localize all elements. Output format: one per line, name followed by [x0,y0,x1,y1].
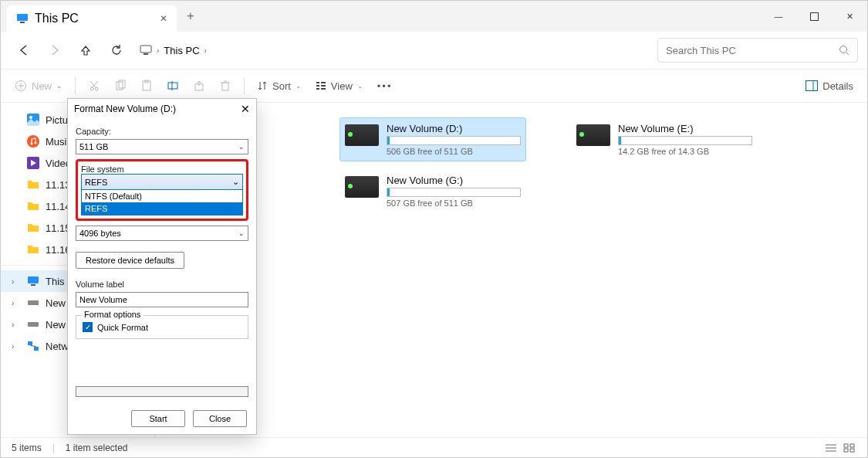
titlebar: This PC ✕ + — ✕ [1,1,867,32]
status-bar: 5 items | 1 item selected [1,437,867,457]
checkbox-checked-icon: ✓ [83,322,93,332]
svg-line-44 [30,345,36,347]
minimize-button[interactable]: — [761,1,796,32]
svg-rect-43 [34,347,39,351]
drive-item[interactable]: New Volume (D:) 506 GB free of 511 GB [340,118,525,161]
paste-icon [140,80,153,92]
svg-rect-18 [168,83,177,89]
quick-format-checkbox[interactable]: ✓ Quick Format [83,322,241,332]
svg-rect-38 [28,276,39,283]
svg-rect-26 [316,88,319,90]
details-pane-button[interactable]: Details [799,73,860,98]
separator [244,77,245,94]
close-window-button[interactable]: ✕ [832,1,867,32]
allocation-select[interactable]: 4096 bytes ⌄ [76,226,248,241]
monitor-icon [140,44,152,56]
filesystem-option-refs[interactable]: REFS [82,202,242,215]
sort-label: Sort [272,80,291,92]
folder-icon [27,200,39,212]
svg-rect-40 [28,300,39,305]
refresh-button[interactable] [103,36,130,64]
svg-rect-39 [31,284,35,286]
view-label: View [331,80,353,92]
dialog-footer: Start Close [68,403,256,434]
tab-close-icon[interactable]: ✕ [160,13,167,24]
format-progress-bar [76,386,248,397]
svg-rect-27 [321,82,326,83]
format-options-label: Format options [81,310,144,319]
breadcrumb-this-pc[interactable]: This PC [164,45,199,56]
dialog-close-button[interactable]: ✕ [241,103,250,115]
network-icon [27,340,39,352]
drive-free-text: 506 GB free of 511 GB [387,147,521,156]
svg-point-35 [31,143,33,145]
chevron-right-icon[interactable]: › [12,321,14,329]
svg-point-34 [27,135,39,148]
capacity-select[interactable]: 511 GB ⌄ [76,139,248,154]
chevron-right-icon[interactable]: › [12,342,14,351]
filesystem-select[interactable]: REFS ⌄ NTFS (Default) REFS [81,174,243,215]
new-button[interactable]: New ⌄ [8,73,69,98]
tab-this-pc[interactable]: This PC ✕ [7,5,177,32]
share-button[interactable] [187,73,211,98]
drive-icon [27,318,39,331]
paste-button[interactable] [134,73,159,98]
filesystem-option-ntfs[interactable]: NTFS (Default) [82,190,242,202]
capacity-label: Capacity: [76,127,248,136]
svg-rect-3 [140,46,151,53]
start-button[interactable]: Start [131,410,185,427]
chevron-right-icon[interactable]: › [12,277,14,286]
svg-rect-21 [222,83,228,90]
chevron-down-icon: ⌄ [357,82,363,90]
svg-rect-25 [316,85,319,87]
svg-point-33 [29,116,32,119]
delete-button[interactable] [213,73,238,98]
drive-item[interactable]: New Volume (E:) 14.2 GB free of 14.3 GB [572,118,757,161]
chevron-down-icon: ⌄ [238,229,245,237]
separator [75,77,76,94]
chevron-right-icon[interactable]: › [12,299,14,307]
volume-label-input[interactable] [76,292,248,307]
rename-button[interactable] [160,73,185,98]
plus-circle-icon [15,80,27,92]
search-box[interactable] [657,38,858,63]
drive-name: New Volume (D:) [387,123,521,134]
view-button[interactable]: View ⌄ [309,73,370,98]
close-button[interactable]: Close [193,410,247,427]
dialog-titlebar[interactable]: Format New Volume (D:) ✕ [68,99,256,119]
chevron-right-icon[interactable]: › [204,46,207,55]
more-button[interactable]: ••• [371,73,399,98]
drive-name: New Volume (G:) [387,175,521,186]
forward-button[interactable] [41,36,69,64]
search-icon [839,45,849,56]
back-button[interactable] [10,36,38,64]
window-controls: — ✕ [761,1,867,32]
format-dialog: Format New Volume (D:) ✕ Capacity: 511 G… [67,98,257,435]
drive-item[interactable]: New Volume (G:) 507 GB free of 511 GB [340,170,525,212]
rename-icon [167,80,179,92]
copy-icon [114,80,127,92]
drive-free-text: 507 GB free of 511 GB [387,198,521,208]
drive-icon [345,124,379,146]
list-view-toggle[interactable] [824,443,838,453]
restore-defaults-button[interactable]: Restore device defaults [76,252,184,269]
maximize-button[interactable] [796,1,832,32]
navigation-bar: › This PC › [1,32,867,69]
drive-capacity-bar [387,136,521,145]
grid-view-toggle[interactable] [843,443,856,453]
up-button[interactable] [72,36,100,64]
breadcrumb[interactable]: › This PC › [140,44,654,56]
details-icon [806,80,818,91]
filesystem-selected[interactable]: REFS ⌄ [82,175,242,190]
svg-rect-0 [17,14,28,21]
search-input[interactable] [666,45,839,56]
copy-button[interactable] [108,73,133,98]
music-icon [27,135,39,148]
cut-button[interactable] [82,73,106,98]
new-tab-button[interactable]: + [177,9,204,23]
chevron-down-icon: ⌄ [238,143,245,151]
sort-button[interactable]: Sort ⌄ [251,73,308,98]
drive-grid: New Volume (D:) 506 GB free of 511 GB Ne… [340,118,852,212]
drive-icon [27,297,39,309]
trash-icon [219,80,231,92]
